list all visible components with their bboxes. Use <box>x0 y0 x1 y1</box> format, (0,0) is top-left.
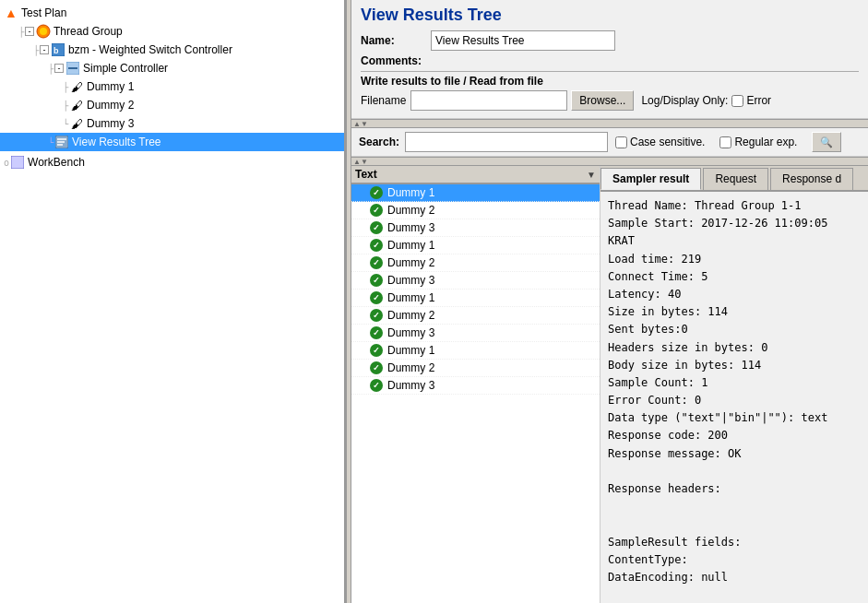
tree-item-label: Simple Controller <box>83 62 168 75</box>
success-icon <box>370 309 383 322</box>
browse-button[interactable]: Browse... <box>571 90 634 111</box>
expand-simple[interactable]: - <box>54 64 64 73</box>
list-item[interactable]: Dummy 2 <box>351 202 600 219</box>
panel-divider-1: ▲▼ <box>351 119 868 128</box>
list-item[interactable]: Dummy 3 <box>351 325 600 342</box>
list-item-label: Dummy 1 <box>387 186 434 199</box>
search-row: Search: Case sensitive. Regular exp. 🔍 <box>351 128 868 157</box>
svg-text:b: b <box>54 46 59 55</box>
regex-row[interactable]: Regular exp. <box>719 136 797 148</box>
case-sensitive-label: Case sensitive. <box>630 136 705 148</box>
tree-item-dummy2[interactable]: ├ 🖌 Dummy 2 <box>0 96 344 114</box>
list-item[interactable]: Dummy 1 <box>351 237 600 254</box>
success-icon <box>370 379 383 392</box>
left-tree-panel: ▲ Test Plan ├ - Thread Group ├ - b bzm -… <box>0 0 346 603</box>
tab-sampler-result[interactable]: Sampler result <box>600 168 701 190</box>
errors-checkbox[interactable] <box>731 95 743 107</box>
list-item-label: Dummy 2 <box>387 204 434 217</box>
log-display-label: Log/Display Only: <box>641 94 728 107</box>
list-item[interactable]: Dummy 1 <box>351 184 600 202</box>
list-item[interactable]: Dummy 1 <box>351 342 600 360</box>
regex-checkbox[interactable] <box>719 136 731 148</box>
tree-item-dummy1[interactable]: ├ 🖌 Dummy 1 <box>0 77 344 96</box>
success-icon <box>370 274 383 287</box>
tab-request[interactable]: Request <box>703 168 768 190</box>
name-row: Name: <box>361 30 859 51</box>
detail-line-17 <box>608 515 861 533</box>
list-item[interactable]: Dummy 2 <box>351 307 600 325</box>
detail-panel: Sampler result Request Response d Thread… <box>600 166 868 603</box>
detail-tabs: Sampler result Request Response d <box>600 166 868 192</box>
list-sort-icon[interactable]: ▼ <box>587 170 596 180</box>
list-item[interactable]: Dummy 2 <box>351 360 600 377</box>
detail-line-7: Headers size in bytes: 0 <box>608 339 861 357</box>
filename-row: Filename Browse... Log/Display Only: Err… <box>361 90 859 111</box>
tree-item-thread-group[interactable]: ├ - Thread Group <box>0 22 344 41</box>
svg-point-1 <box>40 28 47 35</box>
search-options: Case sensitive. Regular exp. 🔍 <box>615 132 841 152</box>
detail-line-11: Data type ("text"|"bin"|""): text <box>608 409 861 427</box>
list-item-label: Dummy 3 <box>387 326 434 339</box>
tree-item-view-results[interactable]: └ View Results Tree <box>0 133 344 151</box>
expand-thread-group[interactable]: - <box>25 27 34 36</box>
list-item[interactable]: Dummy 3 <box>351 272 600 290</box>
detail-line-0: Thread Name: Thread Group 1-1 <box>608 197 861 215</box>
success-icon <box>370 186 383 199</box>
tree-item-label: bzm - Weighted Switch Controller <box>68 43 232 56</box>
list-item-label: Dummy 3 <box>387 221 434 234</box>
tree-item-test-plan[interactable]: ▲ Test Plan <box>0 4 344 22</box>
search-label: Search: <box>359 136 399 148</box>
search-button[interactable]: 🔍 <box>812 132 841 152</box>
tree-item-simple-controller[interactable]: ├ - Simple Controller <box>0 59 344 77</box>
success-icon <box>370 239 383 252</box>
workbench-label: WorkBench <box>28 156 85 169</box>
success-icon <box>370 291 383 304</box>
detail-line-19: ContentType: <box>608 551 861 569</box>
tab-response-data[interactable]: Response d <box>770 168 853 190</box>
detail-line-3: Connect Time: 5 <box>608 268 861 286</box>
tree-item-dummy3[interactable]: └ 🖌 Dummy 3 <box>0 114 344 133</box>
detail-content: Thread Name: Thread Group 1-1 Sample Sta… <box>600 192 868 603</box>
errors-checkbox-row[interactable]: Error <box>731 94 771 107</box>
tree-item-bzm-controller[interactable]: ├ - b bzm - Weighted Switch Controller <box>0 41 344 59</box>
list-item-label: Dummy 2 <box>387 361 434 374</box>
case-sensitive-checkbox[interactable] <box>615 136 627 148</box>
tree-item-label: Dummy 2 <box>87 99 134 112</box>
workbench-icon <box>10 155 25 170</box>
list-item[interactable]: Dummy 3 <box>351 219 600 237</box>
success-icon <box>370 326 383 339</box>
listener-icon <box>54 135 69 149</box>
list-item[interactable]: Dummy 1 <box>351 290 600 307</box>
filename-input[interactable] <box>410 90 567 111</box>
list-item-label: Dummy 1 <box>387 291 434 304</box>
detail-line-5: Size in bytes: 114 <box>608 303 861 321</box>
list-item[interactable]: Dummy 3 <box>351 377 600 395</box>
thread-group-icon <box>36 24 51 39</box>
expand-bzm[interactable]: - <box>40 45 49 54</box>
results-area: Text ▼ Dummy 1 Dummy 2 Dummy 3 <box>351 166 868 603</box>
detail-line-16 <box>608 498 861 515</box>
success-icon <box>370 204 383 217</box>
list-item-label: Dummy 1 <box>387 239 434 252</box>
name-label: Name: <box>361 34 425 47</box>
success-icon <box>370 221 383 234</box>
results-list-panel: Text ▼ Dummy 1 Dummy 2 Dummy 3 <box>351 166 600 603</box>
detail-line-10: Error Count: 0 <box>608 392 861 409</box>
tree-item-workbench[interactable]: o WorkBench <box>0 153 344 171</box>
comments-row: Comments: <box>361 54 859 67</box>
errors-label: Error <box>746 94 771 107</box>
simple-controller-icon <box>65 61 80 76</box>
success-icon <box>370 256 383 269</box>
detail-line-13: Response message: OK <box>608 445 861 463</box>
list-item[interactable]: Dummy 2 <box>351 254 600 272</box>
list-column-header: Text ▼ <box>351 166 600 184</box>
right-panel: View Results Tree Name: Comments: Write … <box>351 0 868 603</box>
tree-item-label: Dummy 1 <box>87 80 134 93</box>
bzm-icon: b <box>51 42 65 57</box>
case-sensitive-row[interactable]: Case sensitive. <box>615 136 705 148</box>
paintbrush-icon-2: 🖌 <box>69 98 84 112</box>
list-item-label: Dummy 1 <box>387 344 434 357</box>
name-input[interactable] <box>431 30 615 51</box>
filename-label: Filename <box>361 94 406 107</box>
search-input[interactable] <box>405 132 608 152</box>
